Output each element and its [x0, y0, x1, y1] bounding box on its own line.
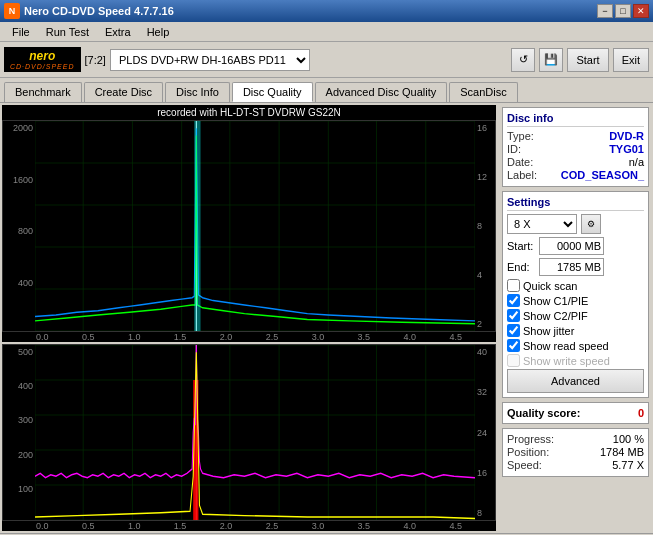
show-write-speed-label: Show write speed — [523, 355, 610, 367]
position-row: Position: 1784 MB — [507, 446, 644, 458]
disc-type-row: Type: DVD-R — [507, 130, 644, 142]
quick-scan-row: Quick scan — [507, 279, 644, 292]
start-label: Start: — [507, 240, 535, 252]
position-value: 1784 MB — [600, 446, 644, 458]
main-content: recorded with HL-DT-ST DVDRW GS22N 2000 … — [0, 102, 653, 533]
tabs-area: Benchmark Create Disc Disc Info Disc Qua… — [0, 78, 653, 102]
svg-rect-17 — [194, 121, 200, 331]
speed-row: 8 X ⚙ — [507, 214, 644, 234]
app-icon: N — [4, 3, 20, 19]
end-input[interactable] — [539, 258, 604, 276]
tab-disc-quality[interactable]: Disc Quality — [232, 82, 313, 102]
show-c2-label: Show C2/PIF — [523, 310, 588, 322]
show-c1-label: Show C1/PIE — [523, 295, 588, 307]
end-row: End: — [507, 258, 644, 276]
disc-id-row: ID: TYG01 — [507, 143, 644, 155]
menu-extra[interactable]: Extra — [97, 24, 139, 40]
quality-section: Quality score: 0 — [502, 402, 649, 424]
date-label: Date: — [507, 156, 533, 168]
progress-value: 100 % — [613, 433, 644, 445]
show-read-speed-checkbox[interactable] — [507, 339, 520, 352]
disc-info-title: Disc info — [507, 112, 644, 127]
date-value: n/a — [629, 156, 644, 168]
speed-dropdown[interactable]: 8 X — [507, 214, 577, 234]
label-label: Label: — [507, 169, 537, 181]
show-jitter-checkbox[interactable] — [507, 324, 520, 337]
quick-scan-checkbox[interactable] — [507, 279, 520, 292]
speed-row-progress: Speed: 5.77 X — [507, 459, 644, 471]
advanced-button[interactable]: Advanced — [507, 369, 644, 393]
drive-index-label: [7:2] — [85, 54, 106, 66]
app-logo: nero CD·DVD/SPEED — [4, 47, 81, 72]
menu-bar: File Run Test Extra Help — [0, 22, 653, 42]
disc-info-section: Disc info Type: DVD-R ID: TYG01 Date: n/… — [502, 107, 649, 187]
type-value: DVD-R — [609, 130, 644, 142]
show-write-speed-row: Show write speed — [507, 354, 644, 367]
show-jitter-row: Show jitter — [507, 324, 644, 337]
quick-scan-label: Quick scan — [523, 280, 577, 292]
exit-button[interactable]: Exit — [613, 48, 649, 72]
progress-section: Progress: 100 % Position: 1784 MB Speed:… — [502, 428, 649, 477]
settings-title: Settings — [507, 196, 644, 211]
quality-score-value: 0 — [638, 407, 644, 419]
chart-container: recorded with HL-DT-ST DVDRW GS22N 2000 … — [0, 103, 498, 533]
tab-benchmark[interactable]: Benchmark — [4, 82, 82, 102]
speed-label: Speed: — [507, 459, 542, 471]
type-label: Type: — [507, 130, 534, 142]
show-c2-checkbox[interactable] — [507, 309, 520, 322]
top-chart-svg — [35, 121, 475, 331]
id-value: TYG01 — [609, 143, 644, 155]
show-c2-row: Show C2/PIF — [507, 309, 644, 322]
show-c1-checkbox[interactable] — [507, 294, 520, 307]
right-panel: Disc info Type: DVD-R ID: TYG01 Date: n/… — [498, 103, 653, 533]
show-read-speed-row: Show read speed — [507, 339, 644, 352]
end-label: End: — [507, 261, 535, 273]
quality-score-row: Quality score: 0 — [507, 407, 644, 419]
minimize-button[interactable]: − — [597, 4, 613, 18]
chart-title: recorded with HL-DT-ST DVDRW GS22N — [2, 105, 496, 120]
save-button[interactable]: 💾 — [539, 48, 563, 72]
progress-label: Progress: — [507, 433, 554, 445]
window-title: Nero CD-DVD Speed 4.7.7.16 — [24, 5, 174, 17]
show-c1-row: Show C1/PIE — [507, 294, 644, 307]
tab-disc-info[interactable]: Disc Info — [165, 82, 230, 102]
label-value: COD_SEASON_ — [561, 169, 644, 181]
show-read-speed-label: Show read speed — [523, 340, 609, 352]
maximize-button[interactable]: □ — [615, 4, 631, 18]
settings-icon-btn[interactable]: ⚙ — [581, 214, 601, 234]
reload-button[interactable]: ↺ — [511, 48, 535, 72]
position-label: Position: — [507, 446, 549, 458]
start-row: Start: — [507, 237, 644, 255]
speed-value: 5.77 X — [612, 459, 644, 471]
menu-run-test[interactable]: Run Test — [38, 24, 97, 40]
title-bar: N Nero CD-DVD Speed 4.7.7.16 − □ ✕ — [0, 0, 653, 22]
tab-advanced-disc-quality[interactable]: Advanced Disc Quality — [315, 82, 448, 102]
bottom-chart: 500 400 300 200 100 — [2, 344, 496, 521]
settings-section: Settings 8 X ⚙ Start: End: Quick scan — [502, 191, 649, 398]
disc-date-row: Date: n/a — [507, 156, 644, 168]
menu-file[interactable]: File — [4, 24, 38, 40]
start-button[interactable]: Start — [567, 48, 608, 72]
toolbar: nero CD·DVD/SPEED [7:2] PLDS DVD+RW DH-1… — [0, 42, 653, 78]
top-chart: 2000 1600 800 400 — [2, 120, 496, 332]
tab-create-disc[interactable]: Create Disc — [84, 82, 163, 102]
drive-dropdown[interactable]: PLDS DVD+RW DH-16ABS PD11 — [110, 49, 310, 71]
quality-score-label: Quality score: — [507, 407, 580, 419]
progress-row: Progress: 100 % — [507, 433, 644, 445]
start-input[interactable] — [539, 237, 604, 255]
menu-help[interactable]: Help — [139, 24, 178, 40]
id-label: ID: — [507, 143, 521, 155]
show-write-speed-checkbox[interactable] — [507, 354, 520, 367]
show-jitter-label: Show jitter — [523, 325, 574, 337]
bottom-chart-svg — [35, 345, 475, 520]
tab-scan-disc[interactable]: ScanDisc — [449, 82, 517, 102]
close-button[interactable]: ✕ — [633, 4, 649, 18]
drive-select-area: [7:2] PLDS DVD+RW DH-16ABS PD11 — [85, 49, 508, 71]
disc-label-row: Label: COD_SEASON_ — [507, 169, 644, 181]
title-bar-buttons: − □ ✕ — [597, 4, 649, 18]
